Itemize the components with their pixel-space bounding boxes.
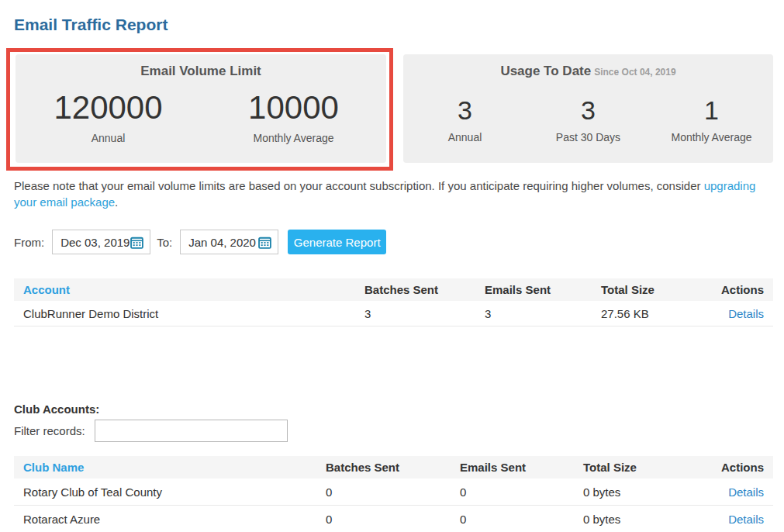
emails-sent-value: 0 — [460, 485, 583, 499]
emails-sent-value: 0 — [460, 513, 583, 526]
column-header-emails-sent: Emails Sent — [485, 283, 601, 296]
club-name: Rotary Club of Teal County — [14, 485, 326, 499]
club-table-header: Club Name Batches Sent Emails Sent Total… — [14, 456, 773, 478]
calendar-icon[interactable] — [258, 236, 271, 249]
stat-annual-usage: 3 Annual — [403, 96, 527, 143]
usage-stats: 3 Annual 3 Past 30 Days 1 Monthly Averag… — [403, 96, 773, 143]
stat-monthly-average-usage: 1 Monthly Average — [650, 96, 773, 143]
details-link[interactable]: Details — [728, 485, 764, 499]
stat-label: Annual — [16, 132, 201, 144]
details-link[interactable]: Details — [728, 513, 764, 526]
total-size-value: 0 bytes — [583, 513, 707, 526]
usage-to-date-title: Usage To DateSince Oct 04, 2019 — [403, 54, 773, 79]
batches-sent-value: 0 — [326, 485, 460, 499]
column-header-emails-sent: Emails Sent — [460, 461, 583, 474]
calendar-icon[interactable] — [130, 236, 143, 249]
account-table: Account Batches Sent Emails Sent Total S… — [14, 278, 773, 326]
total-size-value: 27.56 KB — [601, 307, 717, 320]
from-label: From: — [14, 236, 44, 249]
total-size-value: 0 bytes — [583, 485, 707, 499]
stat-value: 3 — [527, 96, 650, 125]
stat-value: 3 — [403, 96, 527, 125]
filter-records-input[interactable] — [95, 420, 288, 442]
email-volume-limit-title: Email Volume Limit — [16, 54, 386, 79]
table-row: ClubRunner Demo District 3 3 27.56 KB De… — [14, 301, 773, 326]
account-name: ClubRunner Demo District — [14, 307, 364, 320]
subscription-note: Please note that your email volume limit… — [14, 178, 760, 210]
stat-annual-limit: 120000 Annual — [16, 90, 201, 144]
usage-since-date: Since Oct 04, 2019 — [594, 67, 675, 78]
to-date-input[interactable]: Jan 04, 2020 — [180, 230, 278, 254]
generate-report-button[interactable]: Generate Report — [288, 230, 386, 254]
table-row: Rotary Club of Teal County 0 0 0 bytes D… — [14, 478, 773, 506]
filter-records-row: Filter records: — [14, 420, 288, 442]
to-label: To: — [157, 236, 172, 249]
batches-sent-value: 0 — [326, 513, 460, 526]
stat-label: Past 30 Days — [527, 131, 650, 143]
emails-sent-value: 3 — [485, 307, 601, 320]
sort-club-name-column[interactable]: Club Name — [23, 461, 84, 474]
stat-value: 10000 — [201, 90, 386, 126]
usage-to-date-panel: Usage To DateSince Oct 04, 2019 3 Annual… — [403, 54, 773, 163]
column-header-total-size: Total Size — [601, 283, 717, 296]
table-row: Rotaract Azure 0 0 0 bytes Details — [14, 506, 773, 532]
stat-past-30-days-usage: 3 Past 30 Days — [527, 96, 650, 143]
account-table-header: Account Batches Sent Emails Sent Total S… — [14, 278, 773, 301]
from-date-input[interactable]: Dec 03, 2019 — [52, 230, 150, 254]
stat-label: Monthly Average — [201, 132, 386, 144]
stat-label: Annual — [403, 131, 527, 143]
stat-value: 1 — [650, 96, 773, 125]
batches-sent-value: 3 — [364, 307, 485, 320]
club-name: Rotaract Azure — [14, 513, 326, 526]
email-volume-limit-panel: Email Volume Limit 120000 Annual 10000 M… — [16, 54, 386, 163]
usage-to-date-title-text: Usage To Date — [500, 64, 591, 78]
sort-account-column[interactable]: Account — [23, 283, 70, 296]
to-date-value: Jan 04, 2020 — [181, 236, 258, 249]
stat-label: Monthly Average — [650, 131, 773, 143]
column-header-batches-sent: Batches Sent — [326, 461, 460, 474]
filter-records-label: Filter records: — [14, 424, 85, 437]
details-link[interactable]: Details — [728, 307, 764, 320]
page-title: Email Traffic Report — [14, 16, 168, 34]
from-date-value: Dec 03, 2019 — [53, 236, 130, 249]
club-table: Club Name Batches Sent Emails Sent Total… — [14, 456, 773, 532]
column-header-actions: Actions — [707, 461, 773, 474]
column-header-batches-sent: Batches Sent — [364, 283, 485, 296]
email-traffic-report-page: Email Traffic Report Email Volume Limit … — [0, 0, 784, 532]
club-accounts-heading: Club Accounts: — [14, 402, 99, 416]
stat-monthly-average-limit: 10000 Monthly Average — [201, 90, 386, 144]
report-controls: From: Dec 03, 2019 To: Jan 04, 2020 — [14, 230, 386, 254]
note-text-end: . — [115, 195, 118, 209]
column-header-actions: Actions — [717, 283, 773, 296]
stat-value: 120000 — [16, 90, 201, 126]
email-volume-limit-stats: 120000 Annual 10000 Monthly Average — [16, 90, 386, 144]
column-header-total-size: Total Size — [583, 461, 707, 474]
note-text: Please note that your email volume limit… — [14, 179, 704, 192]
